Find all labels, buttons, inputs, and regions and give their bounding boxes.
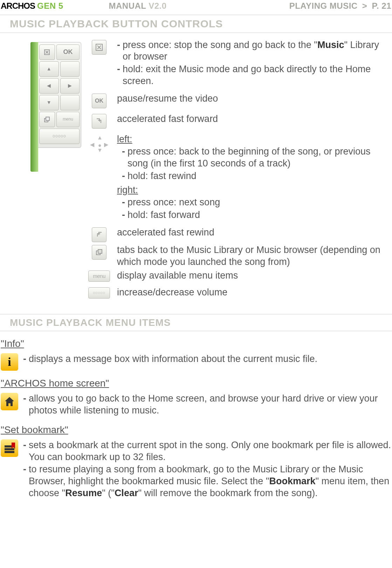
- volume-desc: increase/decrease volume: [117, 287, 390, 299]
- device-blank2-button: [60, 95, 80, 110]
- device-blank-button: [60, 61, 80, 77]
- manual-text: MANUAL: [109, 1, 146, 11]
- ffwd-desc: accelerated fast forward: [117, 113, 390, 125]
- device-close-button: [39, 45, 55, 60]
- device-image: OK ▲ ◀ ▶ ▼ menu: [1, 39, 81, 304]
- menu-icon: menu: [88, 270, 110, 282]
- device-volume-button: ooooo: [39, 129, 80, 144]
- svg-rect-13: [5, 451, 14, 453]
- page-header: ARCHOS GEN 5 MANUAL V2.0 PLAYING MUSIC >…: [0, 0, 392, 11]
- svg-rect-4: [46, 117, 49, 121]
- tabs-desc: tabs back to the Music Library or Music …: [117, 244, 390, 268]
- ok-desc: pause/resume the video: [117, 93, 390, 105]
- svg-marker-10: [5, 397, 14, 406]
- device-tab-button: [39, 112, 55, 127]
- close-press-once: press once: stop the song and go back to…: [123, 39, 390, 63]
- info-desc: displays a message box with information …: [29, 353, 391, 365]
- controls-area: OK ▲ ◀ ▶ ▼ menu: [0, 39, 392, 304]
- left-press-once: press once: back to the beginning of the…: [128, 146, 390, 170]
- section-title-controls: MUSIC PLAYBACK BUTTON CONTROLS: [0, 15, 392, 33]
- svg-marker-14: [12, 443, 15, 449]
- nav-arrows-icon: ▲▼◀▶●: [88, 134, 110, 154]
- fast-rewind-icon: [88, 227, 110, 242]
- fast-forward-icon: [88, 113, 110, 129]
- chevron-right-icon: >: [360, 1, 370, 11]
- volume-icon: ooooo: [88, 287, 110, 299]
- breadcrumb: PLAYING MUSIC > P. 21: [289, 1, 391, 11]
- breadcrumb-section: PLAYING MUSIC: [289, 1, 358, 11]
- product-line: GEN 5: [37, 1, 63, 11]
- bookmark-desc-1: sets a bookmark at the current spot in t…: [29, 439, 391, 463]
- right-heading: right:: [117, 184, 390, 196]
- left-hold: hold: fast rewind: [128, 170, 390, 182]
- frwd-desc: accelerated fast rewind: [117, 227, 390, 239]
- page-number: P. 21: [372, 1, 391, 11]
- device-right-button: ▶: [60, 78, 80, 94]
- device-ok-button: OK: [56, 45, 80, 60]
- info-heading: "Info": [1, 337, 391, 350]
- menu-items-section: "Info" i -displays a message box with in…: [0, 337, 392, 500]
- device-up-button: ▲: [39, 61, 59, 77]
- svg-rect-12: [5, 448, 14, 450]
- home-icon: [1, 393, 18, 410]
- manual-label: MANUAL V2.0: [109, 1, 167, 11]
- menu-desc: display available menu items: [117, 270, 390, 282]
- left-heading: left:: [117, 134, 390, 145]
- home-heading: "ARCHOS home screen": [1, 377, 391, 389]
- right-hold: hold: fast forward: [128, 209, 390, 221]
- device-menu-button: menu: [56, 112, 80, 127]
- close-hold: hold: exit the Music mode and go back di…: [123, 63, 390, 87]
- tabs-icon: [88, 244, 110, 260]
- device-down-button: ▼: [39, 95, 59, 110]
- controls-list: -press once: stop the song and go back t…: [88, 39, 391, 304]
- right-press-once: press once: next song: [128, 197, 390, 208]
- home-desc: allows you to go back to the Home screen…: [29, 393, 391, 417]
- bookmark-icon: [1, 439, 18, 457]
- bookmark-heading: "Set bookmark": [1, 424, 391, 436]
- version-text: V2.0: [149, 1, 166, 11]
- brand-logo: ARCHOS: [1, 1, 35, 11]
- ok-icon: OK: [88, 93, 110, 108]
- close-icon: [88, 39, 110, 55]
- bookmark-desc-2: to resume playing a song from a bookmark…: [29, 464, 391, 499]
- section-title-menu-items: MUSIC PLAYBACK MENU ITEMS: [0, 314, 392, 331]
- svg-rect-9: [98, 249, 102, 253]
- info-icon: i: [1, 353, 18, 371]
- device-left-button: ◀: [39, 78, 59, 94]
